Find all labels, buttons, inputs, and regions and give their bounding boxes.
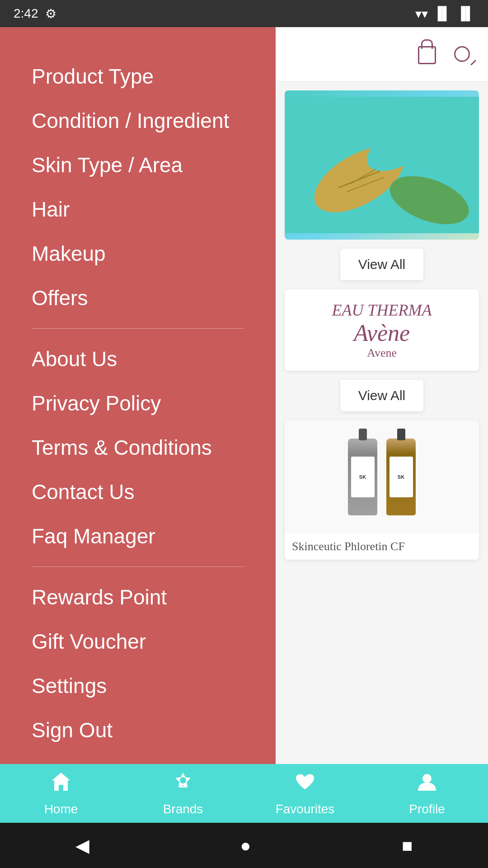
nav-item-brands[interactable]: Brands	[122, 770, 244, 816]
view-all-button-2[interactable]: View All	[340, 380, 424, 411]
product-name: Skinceutic Phloretin CF	[285, 533, 479, 560]
svg-marker-7	[52, 773, 70, 791]
home-button[interactable]: ●	[226, 831, 264, 860]
sidebar-item-faq-manager[interactable]: Faq Manager	[32, 514, 244, 558]
view-all-button-1[interactable]: View All	[340, 249, 424, 280]
brand-avene-label: Avene	[367, 346, 397, 360]
sidebar-item-offers[interactable]: Offers	[32, 276, 244, 320]
sidebar-item-contact-us[interactable]: Contact Us	[32, 470, 244, 514]
wifi-icon: ▾▾	[415, 6, 428, 21]
banner-leaf-svg	[285, 90, 479, 240]
gear-icon: ⚙	[45, 6, 56, 21]
nav-item-home[interactable]: Home	[0, 770, 122, 816]
bottom-nav: Home Brands Favourites Profile	[0, 764, 488, 823]
profile-icon	[416, 770, 438, 798]
svg-rect-9	[180, 786, 186, 788]
sidebar-item-skin-type[interactable]: Skin Type / Area	[32, 143, 244, 187]
nav-item-profile[interactable]: Profile	[366, 770, 488, 816]
sidebar-item-rewards-point[interactable]: Rewards Point	[32, 575, 244, 619]
recents-button[interactable]: ■	[388, 831, 426, 860]
brands-label: Brands	[163, 802, 203, 816]
bag-icon[interactable]	[418, 46, 436, 64]
sidebar-item-privacy-policy[interactable]: Privacy Policy	[32, 381, 244, 425]
brand-avene-name: Avène	[354, 320, 410, 346]
product-card: SK SK Skinceutic Phloretin CF	[285, 420, 479, 560]
status-right: ▾▾ ▐▌ ▐▌	[415, 6, 474, 21]
divider-2	[32, 566, 244, 567]
nav-item-favourites[interactable]: Favourites	[244, 770, 366, 816]
product-image-area: SK SK	[285, 420, 479, 533]
main-container: Product Type Condition / Ingredient Skin…	[0, 27, 488, 832]
favourites-label: Favourites	[276, 802, 335, 816]
home-icon	[50, 770, 72, 798]
search-icon[interactable]	[454, 46, 470, 62]
sidebar-item-terms-conditions[interactable]: Terms & Conditions	[32, 425, 244, 470]
banner-card	[285, 90, 479, 240]
right-panel: View All EAU THERMA Avène Avene View All…	[276, 27, 488, 832]
brand-card: EAU THERMA Avène Avene	[285, 289, 479, 371]
brands-icon	[172, 770, 194, 798]
home-label: Home	[44, 802, 78, 816]
content-area: View All EAU THERMA Avène Avene View All…	[276, 81, 488, 569]
sidebar-item-gift-voucher[interactable]: Gift Voucher	[32, 619, 244, 664]
top-bar	[276, 27, 488, 81]
sidebar-item-settings[interactable]: Settings	[32, 664, 244, 708]
sidebar-item-condition-ingredient[interactable]: Condition / Ingredient	[32, 99, 244, 143]
sidebar-item-hair[interactable]: Hair	[32, 187, 244, 231]
favourites-icon	[294, 770, 316, 798]
sidebar-item-sign-out[interactable]: Sign Out	[32, 708, 244, 752]
sidebar-item-product-type[interactable]: Product Type	[32, 54, 244, 99]
status-time: 2:42	[14, 6, 38, 21]
profile-label: Profile	[409, 802, 445, 816]
status-left: 2:42 ⚙	[14, 6, 56, 21]
battery-icon: ▐▌	[456, 6, 474, 21]
brand-name-fancy: EAU THERMA	[332, 301, 432, 320]
drawer-menu: Product Type Condition / Ingredient Skin…	[0, 27, 276, 832]
sidebar-item-about-us[interactable]: About Us	[32, 337, 244, 381]
android-nav-bar: ◀ ● ■	[0, 823, 488, 868]
signal-icon: ▐▌	[433, 6, 451, 21]
back-button[interactable]: ◀	[62, 830, 103, 860]
svg-point-10	[422, 774, 432, 783]
status-bar: 2:42 ⚙ ▾▾ ▐▌ ▐▌	[0, 0, 488, 27]
svg-point-8	[180, 777, 186, 783]
sidebar-item-makeup[interactable]: Makeup	[32, 231, 244, 276]
product-bottle-1: SK	[348, 439, 377, 515]
product-bottle-2: SK	[386, 439, 416, 515]
divider-1	[32, 328, 244, 329]
